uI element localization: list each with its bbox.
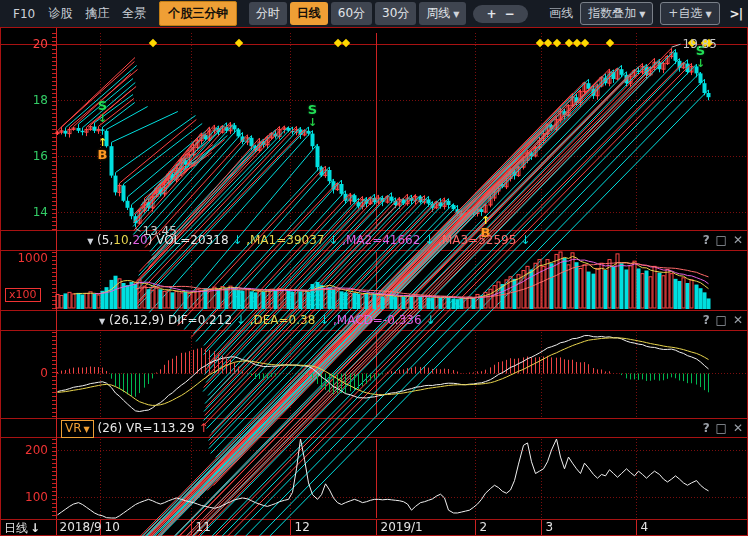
add-watchlist-button[interactable]: +自选▼ xyxy=(660,2,719,25)
signal-diamond-icon xyxy=(341,39,349,47)
header-segment: ↑ xyxy=(195,421,209,435)
macd-panel-header: MACD▼ (26,12,9) DIF=0.212 ↓ ,DEA=0.38 ↓ … xyxy=(0,311,748,330)
header-segment: ↓ xyxy=(232,313,246,327)
header-segment: ,MA1=39037 xyxy=(242,233,324,247)
vr-panel-header: VR▼ (26) VR=113.29 ↑ ?□✕ xyxy=(0,419,748,438)
vol-indicator-selector[interactable]: VOL▼ xyxy=(61,233,93,247)
price-axis-label: 20 xyxy=(0,37,48,51)
timeline-month-label: 11 xyxy=(196,520,211,534)
dropdown-caret-icon: ▼ xyxy=(84,425,90,434)
timeline-month-label: 10 xyxy=(105,520,120,534)
panel-maximize-icon[interactable]: □ xyxy=(716,233,727,247)
signal-diamond-icon xyxy=(148,39,156,47)
signal-diamond-icon xyxy=(535,39,543,47)
period-intraday-button[interactable]: 分时 xyxy=(249,2,287,25)
vr-axis-label: 100 xyxy=(0,490,48,504)
header-segment: ,MA2=41662 xyxy=(338,233,420,247)
header-segment: ( xyxy=(93,233,102,247)
vol-panel-header: VOL▼ (5,10,20) VOL=20318 ↓ ,MA1=39037 ↓ … xyxy=(0,231,748,250)
signal-diamond-icon xyxy=(234,39,242,47)
stock-chart-window: F10 诊股 擒庄 全景 个股三分钟 分时 日线 60分 30分 周线▼ +− … xyxy=(0,0,748,536)
dropdown-caret-icon: ▼ xyxy=(453,10,459,19)
header-segment: ↓ xyxy=(420,233,434,247)
timeline-month-label: 2018/9 xyxy=(60,520,102,534)
panel-close-icon[interactable]: ✕ xyxy=(733,313,743,327)
panel-maximize-icon[interactable]: □ xyxy=(716,313,727,327)
signal-diamond-icon xyxy=(580,39,588,47)
dropdown-caret-icon: ▼ xyxy=(705,10,711,19)
index-overlay-button[interactable]: 指数叠加▼ xyxy=(580,2,653,25)
panel-help-icon[interactable]: ? xyxy=(703,313,710,327)
signal-diamond-icon xyxy=(572,39,580,47)
volume-unit-label: x100 xyxy=(5,288,41,302)
macd-panel-controls: ?□✕ xyxy=(697,311,743,330)
price-axis-label: 14 xyxy=(0,205,48,219)
panel-close-icon[interactable]: ✕ xyxy=(733,233,743,247)
panel-maximize-icon[interactable]: □ xyxy=(716,421,727,435)
signal-diamond-icon xyxy=(543,39,551,47)
timeline-month-label: 2 xyxy=(480,520,488,534)
sell-arrow-icon: ↓ xyxy=(308,118,317,128)
sell-signal-label: S xyxy=(98,100,107,112)
panel-close-icon[interactable]: ✕ xyxy=(733,421,743,435)
toolbar-f10-button[interactable]: F10 xyxy=(13,7,35,21)
price-axis-label: 16 xyxy=(0,149,48,163)
period-indicator[interactable]: 日线↓ xyxy=(4,520,40,536)
timeline-month-label: 4 xyxy=(641,520,649,534)
header-segment: ↓ xyxy=(422,313,436,327)
signal-diamond-icon xyxy=(564,39,572,47)
signal-diamond-icon xyxy=(605,39,613,47)
sell-arrow-icon: ↓ xyxy=(98,114,107,124)
draw-line-button[interactable]: 画线 xyxy=(549,5,573,22)
header-segment: ↓ xyxy=(315,313,329,327)
header-segment: ,DEA=0.38 xyxy=(246,313,315,327)
collapse-panel-icon[interactable]: >| xyxy=(730,7,742,21)
panel-help-icon[interactable]: ? xyxy=(703,421,710,435)
signal-diamond-icon xyxy=(333,39,341,47)
header-segment: ↓ xyxy=(229,233,243,247)
period-weekly-button[interactable]: 周线▼ xyxy=(419,2,466,25)
header-segment: VOL=20318 xyxy=(156,233,228,247)
zoom-pill: +− xyxy=(473,5,527,23)
header-segment: ↓ xyxy=(516,233,530,247)
header-segment: (26) VR=113.29 xyxy=(94,421,195,435)
toolbar-diagnose-button[interactable]: 诊股 xyxy=(48,5,72,22)
vr-readout: (26) VR=113.29 ↑ xyxy=(94,421,209,435)
panel-help-icon[interactable]: ? xyxy=(703,233,710,247)
header-segment: 10 xyxy=(113,233,128,247)
header-segment: 20 xyxy=(132,233,147,247)
macd-indicator-selector[interactable]: MACD▼ xyxy=(61,313,105,327)
period-30min-button[interactable]: 30分 xyxy=(375,2,416,25)
price-callout-label: 19.85 xyxy=(683,38,717,50)
timeline-month-label: 3 xyxy=(546,520,554,534)
macd-readout: (26,12,9) DIF=0.212 ↓ ,DEA=0.38 ↓ ,MACD=… xyxy=(105,313,435,327)
period-60min-button[interactable]: 60分 xyxy=(331,2,372,25)
vr-indicator-selector[interactable]: VR▼ xyxy=(61,420,94,438)
vol-readout: (5,10,20) VOL=20318 ↓ ,MA1=39037 ↓ ,MA2=… xyxy=(93,233,530,247)
header-segment: (26,12,9) DIF=0.212 xyxy=(105,313,232,327)
toolbar-stock-3min-button[interactable]: 个股三分钟 xyxy=(159,1,237,26)
period-daily-button[interactable]: 日线 xyxy=(290,2,328,25)
dropdown-caret-icon: ▼ xyxy=(639,10,645,19)
vr-axis-label: 200 xyxy=(0,443,48,457)
vr-panel-controls: ?□✕ xyxy=(697,419,743,438)
toolbar-panorama-button[interactable]: 全景 xyxy=(122,5,146,22)
down-arrow-icon: ↓ xyxy=(30,521,40,535)
header-segment: ,MA3=52595 xyxy=(434,233,516,247)
signal-diamond-icon xyxy=(552,39,560,47)
timeline-month-label: 2019/1 xyxy=(381,520,423,534)
sell-arrow-icon: ↓ xyxy=(696,59,705,69)
price-axis-label: 18 xyxy=(0,93,48,107)
chart-annotations-layer: 201816141000x1000200100S↓↑BS↓↑BS↓13.4519… xyxy=(0,0,748,536)
header-segment: ↓ xyxy=(324,233,338,247)
buy-signal-label: B xyxy=(98,149,108,161)
vol-panel-controls: ?□✕ xyxy=(697,231,743,250)
zoom-in-button[interactable]: + xyxy=(482,7,500,21)
top-toolbar: F10 诊股 擒庄 全景 个股三分钟 分时 日线 60分 30分 周线▼ +− … xyxy=(0,0,748,27)
zoom-out-button[interactable]: − xyxy=(501,7,519,21)
macd-axis-label: 0 xyxy=(0,366,48,380)
toolbar-banker-button[interactable]: 擒庄 xyxy=(85,5,109,22)
header-segment: ) xyxy=(148,233,157,247)
volume-axis-label: 1000 xyxy=(0,251,48,265)
header-segment: ,MACD=-0.336 xyxy=(329,313,421,327)
